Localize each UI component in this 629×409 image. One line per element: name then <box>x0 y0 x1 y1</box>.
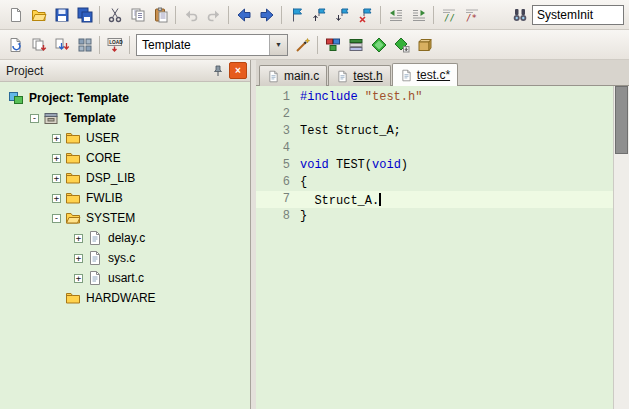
nav-back-button[interactable] <box>232 4 255 26</box>
tab-test-h[interactable]: test.h <box>328 65 390 86</box>
tree-expander[interactable]: + <box>52 134 61 143</box>
bookmark-clear-button[interactable] <box>354 4 377 26</box>
bookmark-button[interactable] <box>285 4 308 26</box>
translate-button[interactable] <box>4 34 27 56</box>
file-icon <box>400 69 413 82</box>
tree-item-core[interactable]: +CORE <box>0 148 250 168</box>
chevron-down-icon[interactable]: ▼ <box>269 35 287 55</box>
text-caret <box>379 193 381 206</box>
pack-installer-icon <box>394 37 410 53</box>
nav-forward-icon <box>259 7 275 23</box>
paste-button[interactable] <box>149 4 172 26</box>
rebuild-button[interactable] <box>50 34 73 56</box>
tree-item-user[interactable]: +USER <box>0 128 250 148</box>
tree-item-label: sys.c <box>108 251 135 265</box>
new-file-icon <box>8 7 24 23</box>
tree-item-project-template[interactable]: Project: Template <box>0 88 250 108</box>
build-icon <box>31 37 47 53</box>
code-line-3[interactable]: 3Test Struct_A; <box>256 123 613 140</box>
tree-expander[interactable]: + <box>52 194 61 203</box>
project-panel: Project × Project: Template-Template+USE… <box>0 60 251 409</box>
tree-item-system[interactable]: -SYSTEM <box>0 208 250 228</box>
options-for-target-button[interactable] <box>291 34 314 56</box>
bookmark-next-button[interactable] <box>331 4 354 26</box>
pack-installer-button[interactable] <box>390 34 413 56</box>
manage-project-items-button[interactable] <box>321 34 344 56</box>
line-text: Test Struct_A; <box>300 123 401 140</box>
line-number: 7 <box>256 191 300 208</box>
manage-rte-button[interactable] <box>367 34 390 56</box>
find-in-files-button[interactable] <box>508 4 531 26</box>
save-button[interactable] <box>50 4 73 26</box>
nav-forward-button[interactable] <box>255 4 278 26</box>
target-combobox[interactable]: Template▼ <box>136 34 288 56</box>
project-panel-header: Project × <box>0 60 250 82</box>
tree-expander[interactable]: - <box>30 114 39 123</box>
toolbar-separator <box>317 36 318 54</box>
tree-item-label: delay.c <box>108 231 145 245</box>
tree-item-dsp-lib[interactable]: +DSP_LIB <box>0 168 250 188</box>
toolbar-separator <box>281 6 282 24</box>
code-line-5[interactable]: 5void TEST(void) <box>256 157 613 174</box>
code-editor: 1#include "test.h"23Test Struct_A;45void… <box>256 86 629 409</box>
pin-button[interactable] <box>210 63 226 78</box>
open-folder-icon <box>31 7 47 23</box>
find-input[interactable] <box>532 5 624 25</box>
tree-item-label: CORE <box>86 151 121 165</box>
tree-item-sys-c[interactable]: +sys.c <box>0 248 250 268</box>
new-file-button[interactable] <box>4 4 27 26</box>
comment-button[interactable]: // <box>437 4 460 26</box>
save-all-button[interactable] <box>73 4 96 26</box>
indent-right-button[interactable] <box>407 4 430 26</box>
code-line-8[interactable]: 8} <box>256 208 613 225</box>
project-tree: Project: Template-Template+USER+CORE+DSP… <box>0 82 250 409</box>
tree-item-template[interactable]: -Template <box>0 108 250 128</box>
file-icon <box>336 70 349 83</box>
toolbar-separator <box>380 6 381 24</box>
scrollbar-thumb[interactable] <box>615 86 628 154</box>
copy-button[interactable] <box>126 4 149 26</box>
tree-item-delay-c[interactable]: +delay.c <box>0 228 250 248</box>
tree-expander[interactable]: + <box>52 154 61 163</box>
code-line-6[interactable]: 6{ <box>256 174 613 191</box>
uncomment-icon: /* <box>464 7 480 23</box>
code-line-2[interactable]: 2 <box>256 106 613 123</box>
line-number: 4 <box>256 140 300 157</box>
svg-text:LOAD: LOAD <box>109 40 123 45</box>
tab-main-c[interactable]: main.c <box>259 65 327 86</box>
tree-item-usart-c[interactable]: +usart.c <box>0 268 250 288</box>
close-panel-button[interactable]: × <box>229 62 247 79</box>
tree-expander[interactable]: + <box>74 254 83 263</box>
tree-item-label: Project: Template <box>29 91 129 105</box>
manage-books-button[interactable] <box>344 34 367 56</box>
load-button[interactable]: LOAD <box>103 34 126 56</box>
tree-item-hardware[interactable]: HARDWARE <box>0 288 250 308</box>
tree-item-fwlib[interactable]: +FWLIB <box>0 188 250 208</box>
build-toolbar: LOADTemplate▼ <box>0 30 629 60</box>
uncomment-button[interactable]: /* <box>460 4 483 26</box>
open-folder-button[interactable] <box>27 4 50 26</box>
tree-expander[interactable]: + <box>74 274 83 283</box>
code-line-1[interactable]: 1#include "test.h" <box>256 89 613 106</box>
folder-open-icon <box>65 210 82 226</box>
editor-vscrollbar[interactable] <box>613 86 629 409</box>
tab-test-c[interactable]: test.c* <box>392 63 458 86</box>
bookmark-prev-button[interactable] <box>308 4 331 26</box>
code-line-7[interactable]: 7 Struct_A. <box>256 191 613 208</box>
build-button[interactable] <box>27 34 50 56</box>
tree-expander[interactable]: - <box>52 214 61 223</box>
code-area[interactable]: 1#include "test.h"23Test Struct_A;45void… <box>256 86 613 409</box>
redo-icon <box>206 7 222 23</box>
file-icon <box>87 250 104 266</box>
tree-expander[interactable]: + <box>52 174 61 183</box>
component-viewer-button[interactable] <box>413 34 436 56</box>
tree-expander[interactable]: + <box>74 234 83 243</box>
indent-left-button[interactable] <box>384 4 407 26</box>
batch-build-button[interactable] <box>73 34 96 56</box>
svg-text:/*: /* <box>466 13 477 23</box>
toolbar-separator <box>129 36 130 54</box>
line-number: 3 <box>256 123 300 140</box>
cut-button[interactable] <box>103 4 126 26</box>
project-icon <box>8 90 25 106</box>
code-line-4[interactable]: 4 <box>256 140 613 157</box>
